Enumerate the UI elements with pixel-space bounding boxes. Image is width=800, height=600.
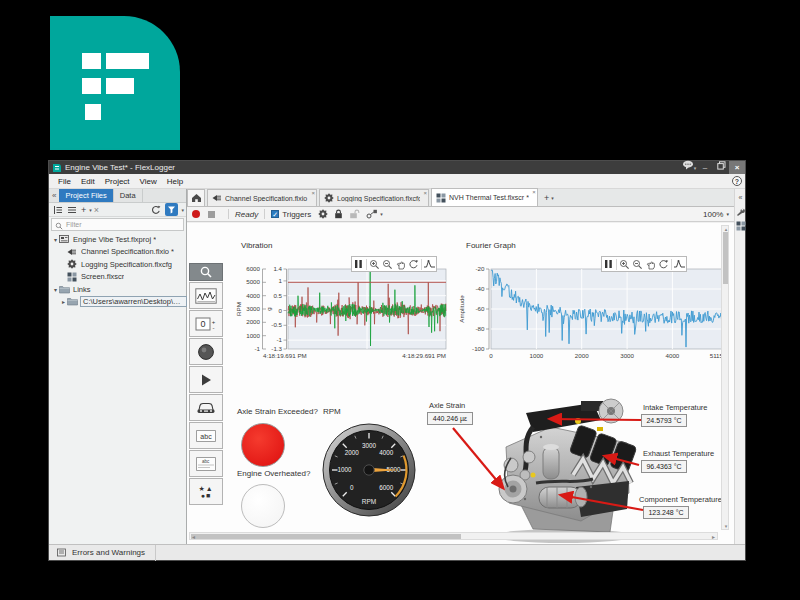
reset-icon[interactable] <box>407 257 420 271</box>
expander-icon[interactable]: ▾ <box>52 236 59 243</box>
menu-file[interactable]: File <box>53 174 76 189</box>
fourier-chart-toolbar <box>601 256 687 272</box>
pause-icon[interactable] <box>352 257 365 271</box>
record-button[interactable] <box>192 210 200 218</box>
vibration-chart[interactable]: 600050004000300020001000-1RPM1.410.50-0.… <box>233 263 448 363</box>
close-icon[interactable]: × <box>423 190 427 197</box>
separator <box>421 259 422 270</box>
scrollbar-thumb[interactable] <box>191 534 461 539</box>
scroll-up-icon[interactable]: ▴ <box>722 226 730 232</box>
reset-icon[interactable] <box>657 257 670 271</box>
svg-text:-80: -80 <box>476 325 486 332</box>
wrench-icon[interactable] <box>735 206 746 217</box>
channel-icon <box>67 247 78 257</box>
svg-text:RPM: RPM <box>235 302 242 316</box>
tree-item[interactable]: Screen.flxscr <box>49 271 186 284</box>
zoom-in-icon[interactable] <box>368 257 381 271</box>
close-button[interactable]: × <box>729 161 745 174</box>
led-tool[interactable] <box>189 338 223 365</box>
scroll-right-icon[interactable]: ▸ <box>712 533 715 541</box>
close-icon[interactable]: × <box>311 190 315 197</box>
chevron-down-icon[interactable]: ▾ <box>551 190 554 206</box>
feedback-icon[interactable]: ▾ <box>681 160 697 175</box>
errors-warnings-label[interactable]: Errors and Warnings <box>72 548 145 557</box>
shapes-tool[interactable]: ★▲●■ <box>189 478 223 505</box>
gear-icon[interactable] <box>318 209 328 219</box>
scroll-left-icon[interactable]: ◂ <box>192 533 195 541</box>
expander-icon[interactable]: ▸ <box>60 298 67 305</box>
list-view-icon[interactable] <box>67 205 77 215</box>
zoom-control[interactable]: 100% ▾ <box>703 210 729 219</box>
close-icon[interactable]: × <box>532 189 536 196</box>
svg-text:g: g <box>265 307 272 311</box>
sidebar-collapse-icon[interactable]: « <box>49 189 59 202</box>
restore-button[interactable] <box>713 161 729 174</box>
unlock-icon[interactable] <box>349 209 360 219</box>
tree-item[interactable]: ▸C:\Users\awarren\Desktop\Sa... <box>49 296 186 309</box>
numeric-tool[interactable]: 0+- <box>189 310 223 337</box>
filter-icon[interactable] <box>165 203 178 216</box>
menu-view[interactable]: View <box>135 174 162 189</box>
tree-view-icon[interactable] <box>53 205 63 215</box>
pan-icon[interactable] <box>394 257 407 271</box>
vertical-scrollbar[interactable]: ▴ ▾ <box>721 225 729 530</box>
separator <box>616 259 617 270</box>
horizontal-scrollbar[interactable]: ◂ ▸ <box>189 532 718 540</box>
svg-text:3000: 3000 <box>362 442 377 449</box>
zoom-in-icon[interactable] <box>618 257 631 271</box>
svg-text:-1: -1 <box>254 345 260 352</box>
scrollbar-thumb[interactable] <box>723 232 728 284</box>
vehicle-tool[interactable] <box>189 394 223 421</box>
project-tree: ▾Engine Vibe Test.flxproj *Channel Speci… <box>49 233 186 308</box>
svg-text:0.5: 0.5 <box>273 292 282 299</box>
doc-tab-nvh-thermal-test-flxscr-[interactable]: NVH Thermal Test.flxscr *× <box>431 188 538 206</box>
refresh-icon[interactable] <box>151 205 161 215</box>
menu-help[interactable]: Help <box>162 174 188 189</box>
tree-item[interactable]: Logging Specification.flxcfg <box>49 258 186 271</box>
sidebar-toolbar: +▾×▾ <box>49 203 186 217</box>
fourier-chart[interactable]: -20-40-60-80-100Amplitude010002000300040… <box>456 263 726 363</box>
palette-search-header[interactable] <box>189 263 223 281</box>
menu-project[interactable]: Project <box>100 174 135 189</box>
svg-text:0: 0 <box>200 319 205 329</box>
textbox-tool[interactable]: abc <box>189 450 223 477</box>
sidebar-tab-project-files[interactable]: Project Files <box>59 189 113 202</box>
tree-item-label: Channel Specification.flxio * <box>81 247 174 256</box>
collapse-icon[interactable]: « <box>735 192 746 203</box>
separator <box>155 545 156 561</box>
help-icon[interactable]: ? <box>732 176 742 186</box>
link-icon[interactable]: ▾ <box>366 209 383 219</box>
signal-icon[interactable] <box>423 257 436 271</box>
delete-icon[interactable]: × <box>94 205 99 215</box>
run-tool[interactable] <box>189 366 223 393</box>
scroll-down-icon[interactable]: ▾ <box>722 523 730 529</box>
app-icon <box>53 164 61 172</box>
svg-text:1000: 1000 <box>530 352 544 359</box>
tree-item[interactable]: ▾Links <box>49 283 186 296</box>
text-tool[interactable]: abc <box>189 422 223 449</box>
filter-input[interactable]: Filter <box>51 218 184 231</box>
signal-icon[interactable] <box>673 257 686 271</box>
doc-tab-channel-specification-flxio-[interactable]: Channel Specification.flxio *× <box>207 189 317 206</box>
minimize-button[interactable]: – <box>697 161 713 174</box>
graph-tool[interactable] <box>189 282 223 309</box>
sidebar-tab-data[interactable]: Data <box>114 189 143 202</box>
zoom-out-icon[interactable] <box>631 257 644 271</box>
add-tab-button[interactable]: + <box>544 190 549 206</box>
svg-text:1000: 1000 <box>337 466 352 473</box>
expander-icon[interactable]: ▾ <box>52 286 59 293</box>
tree-item[interactable]: Channel Specification.flxio * <box>49 246 186 259</box>
pan-icon[interactable] <box>644 257 657 271</box>
stop-button[interactable] <box>208 211 215 218</box>
doc-tab-logging-specification-flxcfg[interactable]: Logging Specification.flxcfg× <box>319 189 429 206</box>
menu-edit[interactable]: Edit <box>76 174 100 189</box>
tree-item[interactable]: ▾Engine Vibe Test.flxproj * <box>49 233 186 246</box>
home-tab[interactable] <box>187 189 205 206</box>
lock-icon[interactable] <box>334 209 343 219</box>
add-icon[interactable]: + <box>81 205 86 215</box>
screen-grid-icon[interactable] <box>735 220 746 231</box>
svg-text:2000: 2000 <box>345 449 360 456</box>
zoom-out-icon[interactable] <box>381 257 394 271</box>
pause-icon[interactable] <box>602 257 615 271</box>
triggers-checkbox[interactable]: ✓ <box>271 210 279 218</box>
